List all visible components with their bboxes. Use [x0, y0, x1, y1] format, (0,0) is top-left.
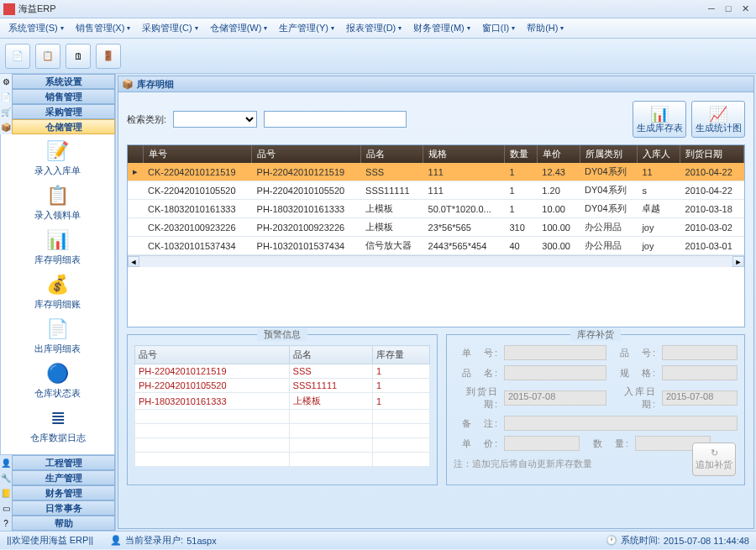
grid-header[interactable]: 入库人: [637, 145, 680, 163]
tree-item-5[interactable]: 🔵仓库状态表: [1, 357, 114, 401]
menubar: 系统管理(S)▾销售管理(X)▾采购管理(C)▾仓储管理(W)▾生产管理(Y)▾…: [0, 18, 756, 39]
main-panel: 📦 库存明细 检索类别: 📊 生成库存表 📈 生成统计图: [116, 74, 756, 531]
sidebar-head-icon-0: ⚙: [0, 77, 12, 86]
toolbar-btn-4[interactable]: 🚪: [96, 44, 121, 69]
sidebar-bottom-0[interactable]: 工程管理: [12, 455, 115, 470]
alert-grid[interactable]: 品号品名库存量PH-22042010121519SSS1PH-220420101…: [134, 345, 430, 467]
search-input[interactable]: [264, 111, 407, 128]
tree-icon: 📝: [45, 139, 71, 163]
menu-8[interactable]: 帮助(H)▾: [522, 20, 569, 36]
sidebar-head-0[interactable]: 系统设置: [12, 74, 115, 89]
tree-item-0[interactable]: 📝录入入库单: [1, 134, 114, 179]
grid-row[interactable]: ▸CK-22042010121519PH-22042010121519SSS11…: [128, 163, 744, 181]
grid-header[interactable]: 数量: [504, 145, 537, 163]
grid-header[interactable]: 单价: [537, 145, 580, 163]
grid-row[interactable]: CK-22042010105520PH-22042010105520SSS111…: [128, 181, 744, 200]
alert-header: 品号: [135, 346, 290, 364]
alert-row[interactable]: PH-22042010121519SSS1: [135, 364, 430, 379]
input-pinming[interactable]: [504, 365, 606, 380]
grid-header[interactable]: 品名: [360, 145, 423, 163]
search-row: 检索类别: 📊 生成库存表 📈 生成统计图: [127, 101, 745, 138]
tree-item-3[interactable]: 💰库存明细账: [1, 268, 114, 312]
sidebar-head-icon-3: 📦: [0, 123, 12, 132]
tree-icon: ≣: [45, 406, 71, 430]
sidebar-bottom-icon-0: 👤: [0, 458, 12, 468]
input-daohuo[interactable]: 2015-07-08: [504, 390, 606, 406]
tree-item-2[interactable]: 📊库存明细表: [1, 223, 114, 268]
chevron-down-icon: ▾: [331, 24, 334, 32]
window-controls: ─ □ ✕: [704, 3, 753, 15]
grid-row[interactable]: CK-20320100923226PH-20320100923226上模板23*…: [128, 218, 744, 237]
horizontal-scrollbar[interactable]: ◄ ►: [128, 255, 744, 267]
menu-6[interactable]: 财务管理(M)▾: [408, 20, 475, 36]
tree-item-4[interactable]: 📄出库明细表: [1, 312, 114, 357]
input-guige[interactable]: [662, 365, 738, 380]
sidebar-tree: 📝录入入库单📋录入领料单📊库存明细表💰库存明细账📄出库明细表🔵仓库状态表≣仓库数…: [0, 134, 115, 455]
input-danhao[interactable]: [504, 345, 606, 360]
status-user-label: 当前登录用户:: [125, 534, 183, 547]
tree-icon: 📊: [45, 228, 71, 252]
alert-row[interactable]: PH-18032010161333上楼板1: [135, 393, 430, 410]
tree-item-6[interactable]: ≣仓库数据日志: [1, 401, 114, 446]
toolbar-btn-3[interactable]: 🗓: [66, 44, 91, 69]
input-pinhao[interactable]: [662, 345, 738, 360]
grid-header[interactable]: 品号: [252, 145, 361, 163]
inventory-grid[interactable]: 单号品号品名规格数量单价所属类别入库人到货日期▸CK-2204201012151…: [127, 144, 745, 327]
sidebar-bottom-4[interactable]: 帮助: [12, 516, 115, 531]
chevron-down-icon: ▾: [512, 24, 515, 32]
sidebar-bottom-2[interactable]: 财务管理: [12, 485, 115, 500]
input-ruku[interactable]: 2015-07-08: [662, 390, 738, 406]
close-button[interactable]: ✕: [738, 3, 753, 15]
scroll-right-button[interactable]: ►: [732, 256, 744, 267]
replenish-fieldset: 库存补货 单 号: 品 号: 品 名: 规 格: 到货日期:: [446, 334, 745, 485]
status-user: 51aspx: [186, 536, 216, 546]
sidebar-head-icon-2: 🛒: [0, 107, 12, 117]
chevron-down-icon: ▾: [467, 24, 470, 32]
menu-5[interactable]: 报表管理(D)▾: [341, 20, 407, 36]
tree-icon: 📋: [45, 184, 71, 207]
chevron-down-icon: ▾: [264, 24, 267, 32]
sidebar-head-icon-1: 📄: [0, 92, 12, 102]
scroll-left-button[interactable]: ◄: [128, 256, 139, 267]
menu-1[interactable]: 销售管理(X)▾: [71, 20, 136, 36]
grid-header[interactable]: 所属类别: [580, 145, 637, 163]
sidebar-head-2[interactable]: 采购管理: [12, 104, 115, 119]
tree-item-7[interactable]: 🗂物料单查询: [1, 446, 114, 455]
tree-item-1[interactable]: 📋录入领料单: [1, 179, 114, 223]
menu-7[interactable]: 窗口(I)▾: [477, 20, 520, 36]
tree-icon: 🔵: [45, 362, 71, 385]
menu-3[interactable]: 仓储管理(W)▾: [205, 20, 273, 36]
grid-header[interactable]: 规格: [423, 145, 505, 163]
generate-chart-button[interactable]: 📈 生成统计图: [691, 101, 745, 138]
sidebar-head-1[interactable]: 销售管理: [12, 89, 115, 104]
grid-row[interactable]: CK-10320101537434PH-10320101537434信号放大器2…: [128, 237, 744, 255]
refresh-icon: ↻: [711, 448, 718, 458]
menu-2[interactable]: 采购管理(C)▾: [137, 20, 202, 36]
menu-4[interactable]: 生产管理(Y)▾: [274, 20, 339, 36]
sidebar-bottom-icon-4: ?: [0, 519, 12, 528]
add-replenish-button[interactable]: ↻ 追加补货: [692, 443, 736, 476]
sidebar-bottom-1[interactable]: 生产管理: [12, 470, 115, 485]
grid-header[interactable]: 单号: [143, 145, 252, 163]
toolbar-btn-2[interactable]: 📋: [35, 44, 60, 69]
sidebar-bottom-icon-2: 📒: [0, 489, 12, 498]
input-danjia[interactable]: [504, 436, 580, 451]
grid-header[interactable]: 到货日期: [680, 145, 744, 163]
statusbar: ||欢迎使用海益 ERP|| 👤 当前登录用户: 51aspx 🕐 系统时间: …: [0, 531, 756, 549]
minimize-button[interactable]: ─: [704, 3, 719, 15]
maximize-button[interactable]: □: [721, 3, 736, 15]
panel-title-bar: 📦 库存明细: [118, 76, 754, 92]
chevron-down-icon: ▾: [60, 24, 64, 32]
search-category-select[interactable]: [173, 111, 257, 128]
alert-row[interactable]: PH-22042010105520SSS111111: [135, 379, 430, 393]
sidebar-bottom-3[interactable]: 日常事务: [12, 500, 115, 516]
menu-0[interactable]: 系统管理(S)▾: [3, 20, 69, 36]
generate-table-button[interactable]: 📊 生成库存表: [633, 101, 686, 138]
toolbar-btn-1[interactable]: 📄: [5, 44, 30, 69]
tree-icon: 📄: [45, 317, 71, 341]
grid-row[interactable]: CK-18032010161333PH-18032010161333上模板50.…: [128, 200, 744, 218]
input-beizhu[interactable]: [504, 416, 738, 431]
sidebar-head-3[interactable]: 仓储管理: [12, 119, 115, 134]
alert-row-empty: [135, 410, 430, 424]
scroll-track[interactable]: [139, 256, 732, 267]
